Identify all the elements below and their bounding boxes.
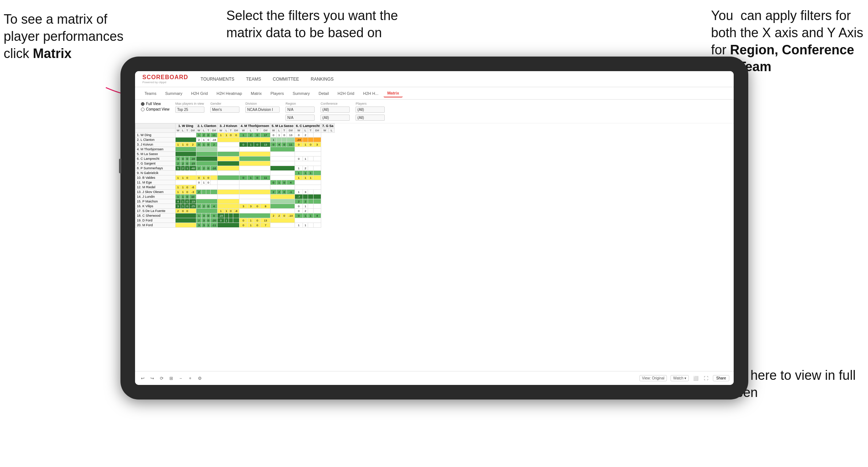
matrix-container[interactable]: 1. W Ding 2. L Clanton 3. J Koivun 4. M … — [135, 123, 734, 374]
annotation-topleft-text: To see a matrix of player performances c… — [4, 12, 123, 61]
table-row: 18. C Sherwood1300-15220-100114 — [135, 213, 335, 218]
matrix-cell: 0 — [185, 142, 189, 147]
filter-division-label: Division — [245, 102, 280, 105]
nav-committee[interactable]: COMMITTEE — [271, 76, 300, 82]
tab-summary2[interactable]: Summary — [289, 90, 314, 97]
view-original-btn[interactable]: View: Original — [640, 375, 667, 381]
radio-compact-view[interactable]: Compact View — [141, 107, 169, 111]
player-name-cell: 6. C Lamprecht — [135, 157, 176, 161]
matrix-cell: 1 — [295, 223, 303, 228]
filter-players-select1[interactable]: (All) — [356, 107, 385, 113]
sh-1-d: Dif — [189, 128, 196, 133]
radio-full-view[interactable]: Full View — [141, 102, 169, 106]
table-row: 11. M Ege0100104 — [135, 180, 335, 185]
matrix-cell — [270, 218, 295, 223]
matrix-cell: 3 — [176, 204, 181, 209]
redo-icon[interactable]: ↪ — [149, 375, 155, 382]
matrix-cell: 0 — [282, 180, 287, 185]
tab-detail[interactable]: Detail — [315, 90, 333, 97]
toolbar-left: ↩ ↪ ⟳ ⊞ − + ⚙ — [139, 375, 203, 382]
filter-region-select2[interactable]: N/A — [285, 115, 315, 121]
matrix-cell: -16 — [189, 157, 196, 161]
cast-icon[interactable]: ⬜ — [692, 375, 699, 382]
filter-max-players-select[interactable]: Top 25 — [175, 107, 204, 113]
matrix-cell — [211, 180, 218, 185]
matrix-cell: 1 — [303, 142, 308, 147]
matrix-cell — [270, 166, 295, 171]
matrix-cell: 2 — [270, 190, 277, 194]
matrix-cell: 4 — [211, 204, 218, 209]
sh-4-w: W — [239, 128, 247, 133]
matrix-cell — [176, 213, 196, 218]
tab-h2h-grid[interactable]: H2H Grid — [187, 90, 211, 97]
nav-teams[interactable]: TEAMS — [245, 76, 262, 82]
fullscreen-icon[interactable]: ⛶ — [703, 375, 709, 382]
share-button[interactable]: Share — [713, 375, 729, 381]
watch-btn[interactable]: Watch ▾ — [671, 375, 689, 381]
plus-icon[interactable]: + — [187, 375, 193, 382]
table-row: 16. K Vilips310-252204330801 — [135, 204, 335, 209]
matrix-cell — [270, 171, 295, 175]
matrix-cell: 1 — [201, 180, 206, 185]
matrix-cell: 2 — [176, 161, 181, 166]
matrix-cell — [270, 209, 295, 213]
player-name-cell: 13. J Skov Olesen — [135, 190, 176, 194]
matrix-cell — [308, 138, 313, 142]
matrix-cell — [196, 147, 217, 152]
matrix-cell — [239, 147, 270, 152]
undo-icon[interactable]: ↩ — [139, 375, 146, 382]
filter-gender-select[interactable]: Men's — [210, 107, 239, 113]
matrix-cell — [239, 209, 270, 213]
reload-icon[interactable]: ⟳ — [158, 375, 165, 382]
matrix-cell — [270, 204, 295, 209]
nav-tournaments[interactable]: TOURNAMENTS — [199, 76, 236, 82]
matrix-cell — [270, 194, 295, 199]
matrix-cell — [196, 152, 217, 157]
watch-label: Watch — [673, 376, 683, 380]
matrix-cell: 0 — [308, 142, 313, 147]
matrix-cell — [218, 161, 239, 166]
tab-teams[interactable]: Teams — [141, 90, 160, 97]
tab-players[interactable]: Players — [267, 90, 288, 97]
annotation-topmid: Select the filters you want the matrix d… — [226, 7, 416, 42]
filter-players-select2[interactable]: (All) — [356, 115, 385, 121]
nav-rankings[interactable]: RANKINGS — [309, 76, 335, 82]
matrix-cell: 2 — [181, 166, 185, 171]
filter-division-select[interactable]: NCAA Division I — [245, 107, 280, 113]
matrix-cell: 2 — [196, 190, 201, 194]
matrix-cell: 4 — [176, 199, 181, 204]
matrix-cell — [196, 185, 217, 190]
matrix-cell — [287, 138, 295, 142]
tab-matrix[interactable]: Matrix — [247, 90, 265, 97]
tab-h2h-heatmap[interactable]: H2H Heatmap — [213, 90, 246, 97]
matrix-cell: 0 — [282, 190, 287, 194]
matrix-cell: 0 — [295, 209, 303, 213]
settings-icon[interactable]: ⚙ — [196, 375, 203, 382]
minus-icon[interactable]: − — [177, 375, 184, 382]
matrix-cell — [308, 209, 313, 213]
matrix-cell — [295, 185, 321, 190]
matrix-cell: -8 — [233, 209, 239, 213]
matrix-cell: 1 — [277, 133, 282, 138]
filter-region-select1[interactable]: N/A — [285, 107, 315, 113]
tab-h2h-grid2[interactable]: H2H Grid — [334, 90, 358, 97]
matrix-cell — [218, 180, 239, 185]
matrix-cell: 1 — [303, 204, 308, 209]
filter-gender-label: Gender — [210, 102, 239, 105]
matrix-cell — [270, 147, 295, 152]
filter-conference-select2[interactable]: (All) — [320, 115, 350, 121]
sh-2-d: Dif — [211, 128, 218, 133]
matrix-cell: 1 — [176, 194, 181, 199]
grid-icon[interactable]: ⊞ — [168, 375, 174, 382]
tab-summary[interactable]: Summary — [161, 90, 186, 97]
matrix-cell: 1 — [224, 218, 228, 223]
logo-sub: Powered by clippd — [142, 81, 188, 84]
matrix-cell — [211, 175, 218, 180]
matrix-cell: 2 — [196, 218, 201, 223]
tab-matrix-active[interactable]: Matrix — [384, 89, 403, 97]
filter-conference-select1[interactable]: (All) — [320, 107, 350, 113]
tab-h2hh[interactable]: H2H H... — [360, 90, 382, 97]
matrix-cell — [176, 133, 196, 138]
matrix-cell: 1 — [224, 133, 228, 138]
table-row: 14. J Lundin11010-7 — [135, 194, 335, 199]
